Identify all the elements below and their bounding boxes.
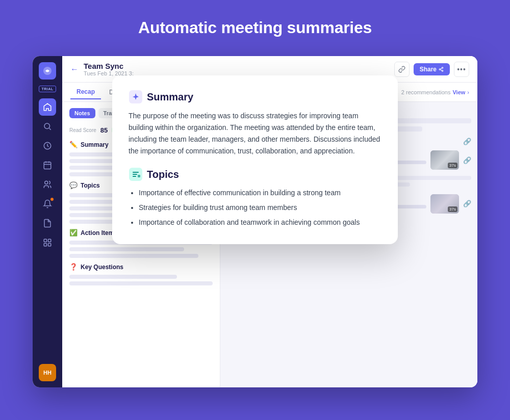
skeleton-line (69, 281, 213, 285)
topic-item: Importance of collaboration and teamwork… (139, 217, 381, 228)
link-icon[interactable]: 🔗 (463, 138, 471, 145)
user-avatar[interactable]: HH (39, 364, 56, 381)
read-score-value: 85 (100, 126, 108, 134)
svg-rect-16 (138, 175, 140, 177)
clip-link-icon[interactable]: 🔗 (463, 156, 471, 164)
link-button[interactable] (394, 62, 410, 77)
sidebar-item-clock[interactable] (39, 137, 56, 154)
read-score-label: Read Score (69, 127, 96, 133)
sidebar-item-settings[interactable] (39, 234, 56, 251)
skeleton-line (69, 254, 198, 258)
svg-point-1 (44, 123, 50, 129)
topic-item: Strategies for building trust among team… (139, 202, 381, 213)
svg-rect-3 (44, 162, 51, 169)
chevron-right-icon: › (467, 89, 469, 95)
key-questions-section-header: ❓ Key Questions (69, 263, 213, 271)
back-button[interactable]: ← (70, 65, 79, 74)
sidebar-item-home[interactable] (39, 98, 56, 116)
trial-badge: TRIAL (39, 86, 56, 92)
svg-line-13 (441, 68, 442, 69)
svg-rect-5 (44, 239, 46, 242)
sidebar-item-calendar[interactable] (39, 156, 56, 174)
svg-point-11 (442, 70, 443, 71)
svg-point-10 (439, 68, 441, 70)
notification-badge (50, 197, 54, 201)
svg-point-9 (442, 67, 443, 68)
summary-icon (129, 90, 143, 104)
overlay-topics-title: Topics (129, 167, 381, 181)
sidebar: TRIAL (33, 56, 62, 387)
recommendations-bar: 2 recommendations View › (401, 89, 469, 95)
topbar-actions: Share ••• (394, 62, 469, 77)
svg-rect-6 (48, 239, 51, 242)
clip-thumbnail[interactable]: 37s (430, 194, 459, 214)
skeleton-line (69, 247, 184, 251)
clip-thumbnail[interactable]: 37s (430, 150, 459, 170)
skeleton-line (69, 275, 177, 279)
clip-duration: 37s (448, 163, 457, 168)
tab-recap[interactable]: Recap (70, 85, 101, 99)
meeting-title: Team Sync (84, 62, 134, 70)
pencil-icon: ✏️ (69, 141, 78, 148)
topics-icon: 💬 (69, 181, 78, 189)
sidebar-item-search[interactable] (39, 118, 56, 135)
overlay-summary-title: Summary (129, 90, 381, 104)
recommendations-text: 2 recommendations (401, 89, 451, 95)
clip-duration: 37s (448, 206, 457, 212)
clip-link-icon[interactable]: 🔗 (463, 200, 471, 207)
more-options-button[interactable]: ••• (454, 62, 469, 77)
svg-point-4 (45, 181, 48, 184)
sidebar-item-users[interactable] (39, 176, 56, 193)
topics-icon (129, 167, 143, 181)
action-icon: ✅ (69, 229, 78, 237)
overlay-summary-text: The purpose of the meeting was to discus… (129, 110, 381, 157)
sidebar-item-document[interactable] (39, 215, 56, 232)
overlay-card: Summary The purpose of the meeting was t… (112, 75, 398, 244)
share-button[interactable]: Share (414, 63, 450, 75)
topic-item: Importance of effective communication in… (139, 188, 381, 198)
page-title: Automatic meeting summaries (0, 0, 510, 37)
topics-list: Importance of effective communication in… (129, 188, 381, 228)
view-recommendations-link[interactable]: View (452, 89, 465, 95)
svg-rect-8 (48, 244, 51, 246)
svg-line-12 (441, 69, 442, 70)
sidebar-logo[interactable] (39, 62, 56, 80)
question-icon: ❓ (69, 263, 78, 271)
notes-toggle-button[interactable]: Notes (69, 108, 95, 118)
sidebar-item-notifications[interactable] (39, 195, 56, 213)
svg-rect-7 (44, 244, 46, 246)
